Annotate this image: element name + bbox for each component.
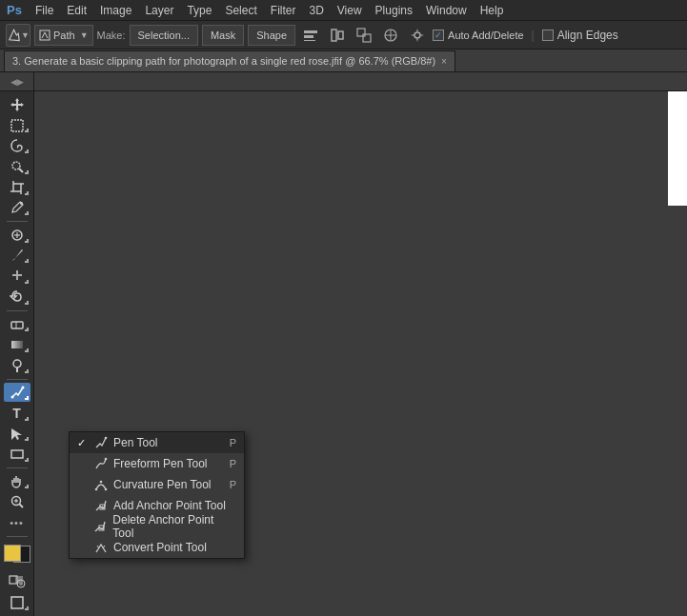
align-edges-checkbox[interactable]: [542, 30, 554, 41]
svg-point-28: [21, 387, 24, 389]
path-ops-icon[interactable]: [353, 24, 375, 47]
auto-add-delete-checkbox[interactable]: ✓: [433, 30, 444, 41]
align-edges-label: Align Edges: [557, 29, 618, 42]
freeform-pen-shortcut: P: [230, 458, 236, 469]
menu-file[interactable]: File: [29, 2, 60, 19]
menu-window[interactable]: Window: [419, 2, 474, 19]
auto-add-delete-label: Auto Add/Delete: [448, 30, 524, 41]
convert-point-tool-item[interactable]: Convert Point Tool: [70, 537, 244, 558]
toolbar-divider-2: [7, 310, 28, 311]
toolbar-divider-5: [7, 536, 28, 537]
path-selection-tool-btn[interactable]: [4, 425, 30, 444]
svg-rect-1: [304, 30, 317, 33]
pen-tool-check: ✓: [77, 437, 89, 449]
menu-layer[interactable]: Layer: [138, 2, 180, 19]
document-tab[interactable]: 3. Generate a basic clipping path for ph…: [4, 50, 455, 71]
collapse-row: ◀▶: [0, 72, 687, 91]
tool-preset-picker[interactable]: ▼: [6, 24, 30, 47]
path-mode-label: Path: [53, 30, 75, 41]
move-tool-btn[interactable]: [4, 95, 30, 114]
add-anchor-label: Add Anchor Point Tool: [113, 499, 226, 512]
foreground-color-swatch[interactable]: [4, 545, 21, 562]
main-layout: T: [0, 91, 687, 616]
menu-3d[interactable]: 3D: [302, 2, 330, 19]
auto-add-delete-group: ✓ Auto Add/Delete: [433, 30, 524, 41]
type-tool-btn[interactable]: T: [4, 404, 30, 423]
align-left-edges-icon[interactable]: [299, 24, 322, 47]
pen-tool-item[interactable]: ✓ Pen Tool P: [70, 432, 244, 453]
path-mode-dropdown[interactable]: Path ▼: [34, 25, 93, 46]
menu-type[interactable]: Type: [180, 2, 218, 19]
hand-tool-btn[interactable]: [4, 472, 30, 491]
menu-image[interactable]: Image: [93, 2, 138, 19]
quick-select-tool-btn[interactable]: [4, 157, 30, 176]
more-tools-btn[interactable]: •••: [4, 513, 30, 532]
toolbar-divider-4: [7, 467, 28, 468]
svg-rect-23: [11, 322, 23, 328]
menu-bar: Ps File Edit Image Layer Type Select Fil…: [0, 0, 687, 21]
svg-rect-3: [304, 40, 315, 41]
lasso-tool-btn[interactable]: [4, 136, 30, 155]
eyedropper-tool-btn[interactable]: [4, 199, 30, 218]
delete-anchor-label: Delete Anchor Point Tool: [112, 513, 231, 540]
zoom-tool-btn[interactable]: [4, 492, 30, 511]
svg-rect-6: [357, 29, 365, 36]
toolbar: T: [0, 91, 34, 616]
curvature-pen-tool-item[interactable]: Curvature Pen Tool P: [70, 474, 244, 495]
toolbar-divider-1: [7, 221, 28, 222]
crop-tool-btn[interactable]: [4, 178, 30, 197]
eraser-tool-btn[interactable]: [4, 314, 30, 333]
svg-rect-4: [332, 30, 336, 41]
convert-point-label: Convert Point Tool: [113, 541, 207, 554]
tab-close-button[interactable]: ×: [441, 56, 447, 67]
svg-point-19: [20, 202, 23, 205]
convert-point-icon: [94, 541, 108, 554]
color-swatches[interactable]: [4, 545, 30, 564]
svg-point-44: [105, 488, 108, 491]
gradient-tool-btn[interactable]: [4, 335, 30, 354]
menu-view[interactable]: View: [331, 2, 369, 19]
shape-tool-btn[interactable]: [4, 445, 30, 464]
distribute-icon[interactable]: [326, 24, 349, 47]
selection-button[interactable]: Selection...: [130, 25, 198, 46]
dodge-tool-btn[interactable]: [4, 356, 30, 375]
menu-plugins[interactable]: Plugins: [369, 2, 419, 19]
tab-title: 3. Generate a basic clipping path for ph…: [12, 55, 435, 67]
path-arrangement-icon[interactable]: [379, 24, 402, 47]
history-brush-tool-btn[interactable]: [4, 288, 30, 307]
menu-edit[interactable]: Edit: [60, 2, 93, 19]
pen-tool-options-icon: [7, 28, 21, 43]
spot-healing-tool-btn[interactable]: [4, 226, 30, 245]
svg-point-11: [414, 32, 420, 38]
svg-rect-39: [11, 597, 23, 608]
pen-tool-btn[interactable]: [4, 383, 30, 402]
svg-rect-12: [11, 120, 23, 131]
svg-point-13: [12, 162, 20, 169]
toolbar-collapse-btn[interactable]: ◀▶: [0, 72, 34, 90]
marquee-tool-btn[interactable]: [4, 116, 30, 135]
shape-button[interactable]: Shape: [248, 25, 295, 46]
screen-mode-btn[interactable]: [4, 593, 30, 612]
curvature-pen-icon: [94, 478, 108, 491]
mask-button[interactable]: Mask: [202, 25, 244, 46]
freeform-pen-tool-item[interactable]: Freeform Pen Tool P: [70, 453, 244, 474]
canvas-edge: [668, 91, 687, 206]
quick-mask-btn[interactable]: [4, 570, 30, 589]
brush-tool-btn[interactable]: [4, 247, 30, 266]
delete-anchor-icon: [93, 520, 107, 533]
svg-point-42: [100, 481, 103, 484]
svg-rect-5: [338, 31, 343, 39]
svg-point-26: [13, 360, 21, 368]
options-bar: ▼ Path ▼ Make: Selection... Mask Shape: [0, 21, 687, 50]
menu-filter[interactable]: Filter: [264, 2, 303, 19]
path-mode-icon: [39, 30, 51, 41]
delete-anchor-point-tool-item[interactable]: Delete Anchor Point Tool: [70, 516, 244, 537]
menu-help[interactable]: Help: [474, 2, 511, 19]
svg-point-43: [95, 488, 98, 491]
svg-point-41: [105, 458, 108, 461]
menu-select[interactable]: Select: [218, 2, 263, 19]
canvas-area: ✓ Pen Tool P: [34, 91, 687, 616]
make-label: Make:: [97, 30, 126, 41]
gear-icon[interactable]: [406, 24, 429, 47]
clone-stamp-tool-btn[interactable]: [4, 267, 30, 286]
